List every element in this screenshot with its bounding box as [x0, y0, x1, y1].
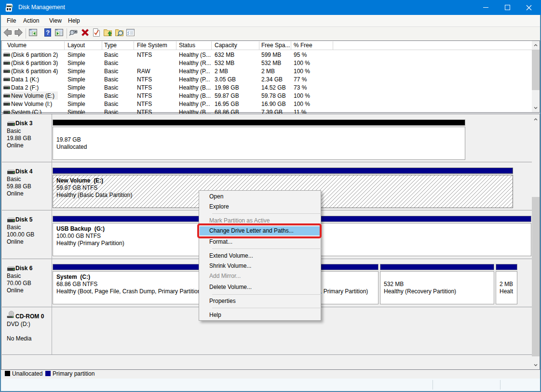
svg-text:?: ? [46, 29, 50, 36]
